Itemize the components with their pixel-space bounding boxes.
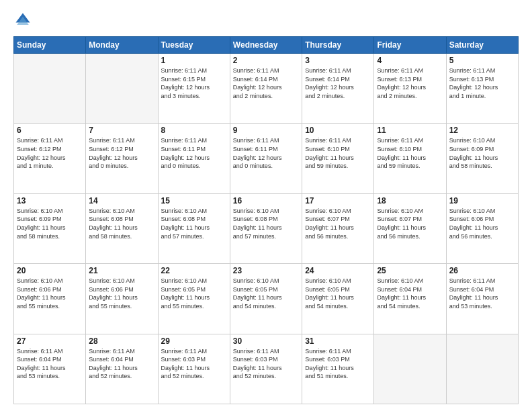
day-info: Sunrise: 6:10 AM Sunset: 6:07 PM Dayligh… <box>305 207 371 240</box>
day-info: Sunrise: 6:10 AM Sunset: 6:08 PM Dayligh… <box>89 207 154 240</box>
calendar-cell: 18Sunrise: 6:10 AM Sunset: 6:07 PM Dayli… <box>374 193 446 263</box>
day-number: 12 <box>449 126 515 135</box>
weekday-header-monday: Monday <box>86 37 158 54</box>
logo-icon <box>13 11 32 30</box>
weekday-header-row: SundayMondayTuesdayWednesdayThursdayFrid… <box>14 37 519 54</box>
day-number: 8 <box>161 126 227 135</box>
calendar-cell: 19Sunrise: 6:10 AM Sunset: 6:06 PM Dayli… <box>446 193 518 263</box>
calendar-cell: 9Sunrise: 6:11 AM Sunset: 6:11 PM Daylig… <box>230 124 302 193</box>
calendar-cell: 2Sunrise: 6:11 AM Sunset: 6:14 PM Daylig… <box>230 54 302 124</box>
calendar-cell: 22Sunrise: 6:10 AM Sunset: 6:05 PM Dayli… <box>158 264 230 334</box>
calendar-cell: 23Sunrise: 6:10 AM Sunset: 6:05 PM Dayli… <box>230 264 302 334</box>
day-info: Sunrise: 6:10 AM Sunset: 6:07 PM Dayligh… <box>377 207 443 240</box>
day-info: Sunrise: 6:10 AM Sunset: 6:06 PM Dayligh… <box>449 207 515 240</box>
calendar-table: SundayMondayTuesdayWednesdayThursdayFrid… <box>13 36 519 404</box>
page: SundayMondayTuesdayWednesdayThursdayFrid… <box>0 0 532 411</box>
weekday-header-thursday: Thursday <box>302 37 374 54</box>
calendar-cell: 10Sunrise: 6:11 AM Sunset: 6:10 PM Dayli… <box>302 124 374 193</box>
calendar-cell: 14Sunrise: 6:10 AM Sunset: 6:08 PM Dayli… <box>86 193 158 263</box>
day-info: Sunrise: 6:11 AM Sunset: 6:04 PM Dayligh… <box>449 277 515 310</box>
header <box>13 11 519 30</box>
calendar-cell: 27Sunrise: 6:11 AM Sunset: 6:04 PM Dayli… <box>14 334 86 404</box>
weekday-header-friday: Friday <box>374 37 446 54</box>
weekday-header-sunday: Sunday <box>14 37 86 54</box>
day-number: 21 <box>89 266 154 275</box>
day-number: 3 <box>305 56 371 65</box>
day-number: 17 <box>305 196 371 205</box>
weekday-header-tuesday: Tuesday <box>158 37 230 54</box>
day-info: Sunrise: 6:11 AM Sunset: 6:10 PM Dayligh… <box>377 136 443 170</box>
calendar-cell <box>86 54 158 124</box>
calendar-cell: 11Sunrise: 6:11 AM Sunset: 6:10 PM Dayli… <box>374 124 446 193</box>
day-number: 11 <box>377 126 443 135</box>
day-info: Sunrise: 6:11 AM Sunset: 6:15 PM Dayligh… <box>161 66 227 100</box>
day-info: Sunrise: 6:10 AM Sunset: 6:05 PM Dayligh… <box>305 277 371 310</box>
day-number: 30 <box>233 336 299 346</box>
day-info: Sunrise: 6:10 AM Sunset: 6:05 PM Dayligh… <box>233 277 299 310</box>
day-number: 31 <box>305 336 371 346</box>
calendar-week-2: 6Sunrise: 6:11 AM Sunset: 6:12 PM Daylig… <box>14 124 519 193</box>
calendar-cell: 3Sunrise: 6:11 AM Sunset: 6:14 PM Daylig… <box>302 54 374 124</box>
day-info: Sunrise: 6:11 AM Sunset: 6:04 PM Dayligh… <box>89 347 154 381</box>
calendar-cell: 17Sunrise: 6:10 AM Sunset: 6:07 PM Dayli… <box>302 193 374 263</box>
day-number: 29 <box>161 336 227 346</box>
day-info: Sunrise: 6:11 AM Sunset: 6:13 PM Dayligh… <box>377 66 443 100</box>
calendar-cell: 16Sunrise: 6:10 AM Sunset: 6:08 PM Dayli… <box>230 193 302 263</box>
day-number: 14 <box>89 196 154 205</box>
day-number: 4 <box>377 56 443 65</box>
day-number: 5 <box>449 56 515 65</box>
calendar-cell: 8Sunrise: 6:11 AM Sunset: 6:11 PM Daylig… <box>158 124 230 193</box>
calendar-cell: 24Sunrise: 6:10 AM Sunset: 6:05 PM Dayli… <box>302 264 374 334</box>
day-info: Sunrise: 6:11 AM Sunset: 6:14 PM Dayligh… <box>305 66 371 100</box>
day-info: Sunrise: 6:11 AM Sunset: 6:13 PM Dayligh… <box>449 66 515 100</box>
day-info: Sunrise: 6:11 AM Sunset: 6:12 PM Dayligh… <box>17 136 83 170</box>
day-info: Sunrise: 6:11 AM Sunset: 6:12 PM Dayligh… <box>89 136 154 170</box>
calendar-week-5: 27Sunrise: 6:11 AM Sunset: 6:04 PM Dayli… <box>14 334 519 404</box>
logo <box>13 11 35 30</box>
day-number: 10 <box>305 126 371 135</box>
day-number: 1 <box>161 56 227 65</box>
day-info: Sunrise: 6:11 AM Sunset: 6:11 PM Dayligh… <box>161 136 227 170</box>
day-number: 16 <box>233 196 299 205</box>
calendar-week-1: 1Sunrise: 6:11 AM Sunset: 6:15 PM Daylig… <box>14 54 519 124</box>
calendar-cell: 13Sunrise: 6:10 AM Sunset: 6:09 PM Dayli… <box>14 193 86 263</box>
calendar-cell: 29Sunrise: 6:11 AM Sunset: 6:03 PM Dayli… <box>158 334 230 404</box>
day-number: 25 <box>377 266 443 275</box>
calendar-cell: 5Sunrise: 6:11 AM Sunset: 6:13 PM Daylig… <box>446 54 518 124</box>
calendar-cell: 20Sunrise: 6:10 AM Sunset: 6:06 PM Dayli… <box>14 264 86 334</box>
day-number: 13 <box>17 196 83 205</box>
calendar-cell <box>446 334 518 404</box>
day-info: Sunrise: 6:10 AM Sunset: 6:06 PM Dayligh… <box>89 277 154 310</box>
day-info: Sunrise: 6:10 AM Sunset: 6:08 PM Dayligh… <box>233 207 299 240</box>
calendar-cell: 7Sunrise: 6:11 AM Sunset: 6:12 PM Daylig… <box>86 124 158 193</box>
day-info: Sunrise: 6:11 AM Sunset: 6:04 PM Dayligh… <box>17 347 83 381</box>
day-number: 9 <box>233 126 299 135</box>
day-info: Sunrise: 6:10 AM Sunset: 6:05 PM Dayligh… <box>161 277 227 310</box>
calendar-cell: 15Sunrise: 6:10 AM Sunset: 6:08 PM Dayli… <box>158 193 230 263</box>
day-info: Sunrise: 6:11 AM Sunset: 6:03 PM Dayligh… <box>161 347 227 381</box>
day-info: Sunrise: 6:10 AM Sunset: 6:06 PM Dayligh… <box>17 277 83 310</box>
day-number: 6 <box>17 126 83 135</box>
calendar-cell <box>374 334 446 404</box>
day-number: 22 <box>161 266 227 275</box>
day-info: Sunrise: 6:11 AM Sunset: 6:11 PM Dayligh… <box>233 136 299 170</box>
day-info: Sunrise: 6:10 AM Sunset: 6:08 PM Dayligh… <box>161 207 227 240</box>
day-info: Sunrise: 6:11 AM Sunset: 6:10 PM Dayligh… <box>305 136 371 170</box>
day-number: 19 <box>449 196 515 205</box>
day-number: 24 <box>305 266 371 275</box>
calendar-cell: 4Sunrise: 6:11 AM Sunset: 6:13 PM Daylig… <box>374 54 446 124</box>
calendar-week-3: 13Sunrise: 6:10 AM Sunset: 6:09 PM Dayli… <box>14 193 519 263</box>
calendar-cell <box>14 54 86 124</box>
day-number: 18 <box>377 196 443 205</box>
day-number: 26 <box>449 266 515 275</box>
day-number: 23 <box>233 266 299 275</box>
weekday-header-saturday: Saturday <box>446 37 518 54</box>
day-info: Sunrise: 6:10 AM Sunset: 6:09 PM Dayligh… <box>17 207 83 240</box>
calendar-cell: 30Sunrise: 6:11 AM Sunset: 6:03 PM Dayli… <box>230 334 302 404</box>
day-number: 27 <box>17 336 83 346</box>
day-info: Sunrise: 6:11 AM Sunset: 6:03 PM Dayligh… <box>305 347 371 381</box>
weekday-header-wednesday: Wednesday <box>230 37 302 54</box>
day-info: Sunrise: 6:10 AM Sunset: 6:04 PM Dayligh… <box>377 277 443 310</box>
calendar-cell: 21Sunrise: 6:10 AM Sunset: 6:06 PM Dayli… <box>86 264 158 334</box>
day-number: 7 <box>89 126 154 135</box>
